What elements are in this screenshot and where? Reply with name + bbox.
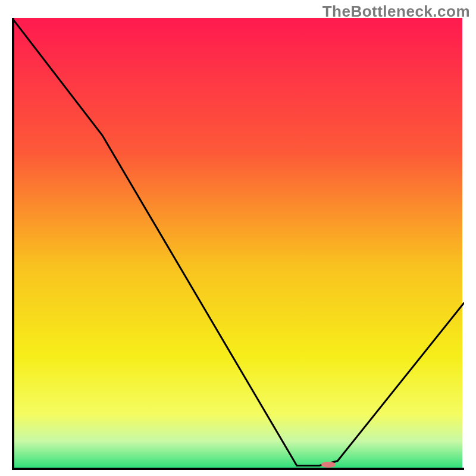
min-marker <box>321 462 336 468</box>
gradient-background <box>14 18 462 468</box>
bottleneck-chart <box>12 18 464 470</box>
chart-container: TheBottleneck.com <box>0 0 476 476</box>
